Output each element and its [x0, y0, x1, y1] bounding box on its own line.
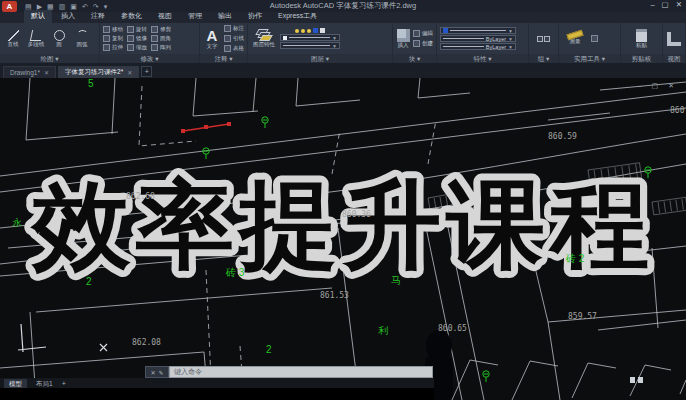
paste-tool[interactable]: 粘贴: [632, 29, 652, 49]
copy-tool[interactable]: 复制: [103, 34, 123, 43]
ribbon-tab-1[interactable]: 插入: [54, 10, 82, 23]
panel-block-label[interactable]: 块 ▾: [393, 54, 436, 63]
ribbon-tab-6[interactable]: 输出: [211, 10, 239, 23]
document-tab-0[interactable]: Drawing1*✕: [3, 66, 56, 78]
close-tab-icon[interactable]: ✕: [127, 69, 132, 76]
panel-draw-label[interactable]: 绘图 ▾: [0, 54, 99, 63]
model-tab[interactable]: 模型: [4, 379, 27, 388]
layer-properties-tool[interactable]: 图层特性: [251, 29, 277, 48]
circle-tool[interactable]: 圆: [49, 30, 69, 48]
panel-clipboard-label[interactable]: 剪贴板: [621, 54, 662, 63]
survey-text-label: 利: [378, 324, 388, 338]
letterbox-band: [0, 388, 434, 400]
mirror-tool[interactable]: 镜像: [127, 34, 147, 43]
panel-group-label[interactable]: 组 ▾: [529, 54, 558, 63]
layer-state-icons[interactable]: [295, 28, 325, 33]
survey-text-label: 永: [12, 216, 22, 230]
dimension-icon: [224, 25, 231, 32]
object-color-dropdown[interactable]: ▼: [440, 27, 516, 34]
table-tool[interactable]: 表格: [224, 44, 244, 53]
panel-view-label[interactable]: 视图: [663, 54, 685, 63]
lineweight-dropdown[interactable]: ByLayer▼: [440, 43, 516, 50]
viewport-controls[interactable]: ‒ ▢ ✕: [638, 82, 678, 90]
customize-icon[interactable]: ✎: [159, 369, 164, 376]
ribbon-tab-3[interactable]: 参数化: [114, 10, 149, 23]
new-drawing-tab-button[interactable]: +: [141, 66, 152, 77]
drawing-canvas[interactable]: 效率提升课程 ‒ ▢ ✕ 860.59862.68860.36861.53862…: [0, 78, 686, 400]
layer-properties-icon: [257, 29, 271, 41]
new-layout-button[interactable]: +: [62, 380, 66, 387]
selected-line[interactable]: [181, 122, 231, 133]
autocad-logo-icon[interactable]: A: [2, 1, 17, 12]
panel-properties-label[interactable]: 特性 ▾: [437, 54, 528, 63]
ribbon-tab-bar: 默认插入注释参数化视图管理输出协作Express工具: [0, 12, 686, 23]
linetype-dropdown[interactable]: ByLayer▼: [440, 35, 516, 42]
quick-calc-icon[interactable]: [591, 35, 598, 42]
panel-modify-label[interactable]: 修改 ▾: [100, 54, 199, 63]
survey-text-label: 2: [266, 344, 272, 355]
edit-block-icon: [413, 30, 420, 37]
close-tab-icon[interactable]: ✕: [44, 69, 49, 76]
survey-text-label: 2: [86, 276, 92, 287]
ribbon-tab-7[interactable]: 协作: [241, 10, 269, 23]
modify-tools-grid: 移动 旋转 修剪 复制 镜像 圆角 拉伸 缩放 阵列: [103, 25, 171, 52]
move-tool[interactable]: 移动: [103, 25, 123, 34]
text-icon: A: [207, 28, 218, 43]
survey-point-icon: [85, 205, 91, 216]
polyline-tool[interactable]: 多段线: [26, 30, 46, 48]
text-tool[interactable]: A文字: [203, 28, 221, 50]
maximize-button[interactable]: ▢: [662, 0, 669, 9]
rotate-tool[interactable]: 旋转: [127, 25, 147, 34]
chevron-down-icon: ▼: [332, 35, 337, 41]
document-tab-label: 字体复习练习课件2*: [65, 68, 123, 77]
ribbon-tab-4[interactable]: 视图: [151, 10, 179, 23]
measure-tool[interactable]: 测量: [562, 32, 588, 45]
panel-utilities: 测量 实用工具 ▾: [559, 23, 621, 63]
scale-tool[interactable]: 缩放: [127, 43, 147, 52]
group-icon[interactable]: [537, 36, 550, 42]
close-button[interactable]: ✕: [676, 0, 682, 9]
close-icon[interactable]: ✕: [150, 369, 155, 376]
window-controls: – ▢ ✕: [650, 0, 682, 9]
fillet-tool[interactable]: 圆角: [151, 34, 171, 43]
leader-tool[interactable]: 引线: [224, 34, 244, 43]
layout-tab-bar: 模型 布局1 +: [0, 378, 434, 388]
elevation-label: 860.59: [548, 132, 577, 141]
ribbon-tab-8[interactable]: Express工具: [271, 10, 324, 23]
layer-dropdown[interactable]: ▼: [280, 34, 340, 41]
document-tab-1[interactable]: 字体复习练习课件2*✕: [58, 66, 139, 78]
layout1-tab[interactable]: 布局1: [31, 379, 58, 388]
chevron-down-icon: ▼: [332, 43, 337, 49]
command-bar-tools: ✕ ✎: [145, 366, 169, 378]
fillet-icon: [151, 35, 158, 42]
array-icon: [151, 44, 158, 51]
panel-annotate-label[interactable]: 注释 ▾: [200, 54, 247, 63]
panel-utilities-label[interactable]: 实用工具 ▾: [559, 54, 620, 63]
create-block-icon: [413, 40, 420, 47]
insert-block-tool[interactable]: 插入: [396, 29, 410, 49]
table-icon: [224, 45, 231, 52]
command-bar: ✕ ✎ 键入命令: [145, 366, 433, 378]
line-tool[interactable]: 直线: [3, 30, 23, 48]
trim-tool[interactable]: 修剪: [151, 25, 171, 34]
view-icon[interactable]: [667, 32, 681, 46]
arc-tool[interactable]: 圆弧: [72, 30, 92, 48]
elevation-label: 862.68: [126, 192, 155, 201]
clipboard-icon: [636, 29, 647, 42]
ribbon-tab-0[interactable]: 默认: [24, 10, 52, 23]
minimize-button[interactable]: –: [650, 0, 654, 9]
line-icon: [8, 30, 19, 41]
edit-block-tool[interactable]: 编辑: [413, 29, 433, 38]
panel-layers-label[interactable]: 图层 ▾: [248, 54, 392, 63]
ribbon-tab-5[interactable]: 管理: [181, 10, 209, 23]
create-block-tool[interactable]: 创建: [413, 39, 433, 48]
elevation-label: 862.08: [132, 338, 161, 347]
dimension-tool[interactable]: 标注: [224, 24, 244, 33]
command-input[interactable]: 键入命令: [169, 366, 433, 378]
array-tool[interactable]: 阵列: [151, 43, 171, 52]
ribbon-tab-2[interactable]: 注释: [84, 10, 112, 23]
layer-filter-dropdown[interactable]: ▼: [280, 42, 340, 49]
stretch-tool[interactable]: 拉伸: [103, 43, 123, 52]
layer-swatch-icon: [283, 36, 287, 40]
elevation-label: 860.65: [438, 324, 467, 333]
